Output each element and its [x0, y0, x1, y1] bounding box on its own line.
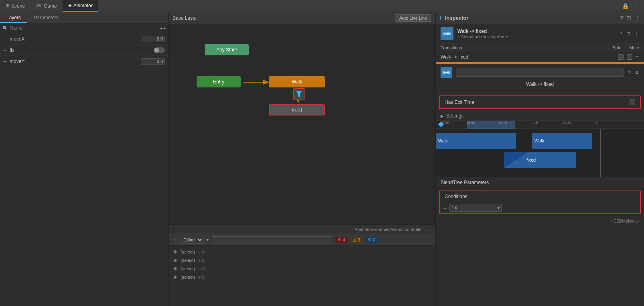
svg-rect-4	[443, 32, 447, 35]
tab-parameters[interactable]: Parameters	[27, 12, 65, 23]
param-item[interactable]: — fix	[0, 45, 168, 56]
entry-node[interactable]: Entry	[197, 76, 241, 87]
condition-dropdown[interactable]: fix moveX moveY	[449, 204, 502, 212]
tab-layers[interactable]: Layers	[0, 12, 27, 23]
window-menu-icon[interactable]: ⋮	[633, 2, 639, 10]
param-movey-input[interactable]	[141, 58, 165, 65]
blendtree-section: BlendTree Parameters	[436, 177, 644, 188]
auto-live-link-button[interactable]: Auto Live Link	[395, 14, 431, 22]
help-icon[interactable]: ?	[620, 15, 623, 21]
walk-track-2: Walk	[532, 133, 592, 149]
conditions-label: Conditions	[445, 194, 467, 199]
mute-label: Mute	[630, 45, 639, 50]
left-panel-tabs: Layers Parameters	[0, 12, 168, 23]
walk-node[interactable]: Walk	[269, 76, 325, 87]
detail-gear-icon[interactable]: ⚙	[635, 70, 639, 75]
transitions-label: Transitions	[441, 45, 462, 50]
svg-rect-8	[443, 71, 445, 74]
dropdown-arrow: ▾	[207, 237, 209, 242]
settings-toggle[interactable]: ▶ Settings	[441, 113, 639, 119]
menu-dots[interactable]: ⋮	[427, 227, 431, 232]
fix-toggle[interactable]	[154, 47, 165, 53]
transition-header-icons: ? ⊡ ⋮	[620, 31, 639, 36]
float-icon-y: —	[3, 59, 7, 63]
transition-row-name: Walk -> fixed	[441, 54, 615, 60]
tab-game[interactable]: 🎮 Game	[30, 0, 63, 12]
transition-name: Walk -> fixed	[457, 28, 616, 34]
has-exit-time-checkbox[interactable]	[630, 99, 635, 105]
solo-checkbox[interactable]	[618, 54, 624, 60]
timeline-area: 0:00 |0:05 |0:10 ↑:15 |0:20 |0: Walk	[436, 121, 644, 177]
settings-section: ▶ Settings	[436, 111, 644, 121]
layout-icon[interactable]: ⊡	[626, 15, 631, 21]
param-item[interactable]: — moveY	[0, 56, 168, 67]
mute-checkbox[interactable]	[627, 54, 632, 60]
ruler-mark-3: ↑:15	[531, 121, 538, 125]
center-bottom: Animator/Enemies/Robot.controller ⋮	[169, 224, 435, 234]
timeline-highlight	[467, 121, 515, 129]
has-exit-time-label: Has Exit Time	[445, 99, 630, 105]
console-item-icon: ◉	[173, 266, 177, 271]
tab-scene[interactable]: ⊞ Scene	[0, 0, 30, 12]
info-badge[interactable]: ⊘ 0	[366, 237, 378, 243]
console-item-icon: ◉	[173, 249, 177, 254]
controller-path: Animator/Enemies/Robot.controller	[354, 227, 423, 232]
header-help-icon[interactable]: ?	[620, 31, 622, 36]
error-badge[interactable]: ⊘ 4	[335, 237, 347, 243]
timeline-tracks: Walk Walk fixed	[436, 129, 644, 177]
transition-detail-bar	[456, 69, 624, 77]
window-pin-icon[interactable]: 🔒	[622, 3, 629, 9]
console-item-icon: ◉	[173, 274, 177, 280]
ruler-mark-0: 0:00	[442, 121, 449, 125]
param-item[interactable]: — moveX	[0, 33, 168, 45]
transition-triangle	[504, 133, 532, 149]
name-search-bar: 🔍 + ▾	[0, 23, 168, 33]
center-panel: Base Layer Auto Live Link	[169, 12, 435, 306]
scene-icon: ⊞	[6, 3, 9, 8]
param-list: — moveX — fix — moveY	[0, 33, 168, 306]
warning-badge[interactable]: △ 0	[351, 237, 362, 243]
warning-icon: △	[353, 237, 356, 242]
transitions-table-header: Transitions Solo Mute	[436, 44, 644, 52]
error-icon: ⊘	[338, 237, 341, 242]
transition-info: Walk -> fixed 1 AnimatorTransitionBase	[457, 28, 616, 39]
header-settings-icon[interactable]: ⊡	[626, 31, 630, 36]
game-icon: 🎮	[36, 3, 42, 8]
list-item[interactable]: ◉ (select) ect)	[171, 273, 433, 281]
main-area: Layers Parameters 🔍 + ▾ — moveX —	[0, 12, 644, 306]
list-item[interactable]: ◉ (select) ect)	[171, 256, 433, 264]
console-search-input[interactable]	[212, 236, 332, 243]
console-content: ◉ (select) ect) ◉ (select) ect) ◉ (selec…	[169, 245, 435, 306]
tab-animator[interactable]: ◈ Animator	[63, 0, 98, 12]
transition-object-icon	[441, 27, 453, 40]
editor-dropdown[interactable]: Editor	[180, 236, 203, 244]
fixed-node[interactable]: fixed	[269, 104, 325, 116]
animator-icon: ◈	[68, 3, 71, 8]
transition-type: 1 AnimatorTransitionBase	[457, 34, 616, 39]
timeline-ruler: 0:00 |0:05 |0:10 ↑:15 |0:20 |0:	[436, 121, 644, 129]
float-icon: —	[3, 36, 7, 41]
inspector-title: Inspector	[445, 15, 617, 21]
param-movex-input[interactable]	[141, 36, 165, 42]
header-menu-icon[interactable]: ⋮	[634, 31, 639, 36]
detail-help-icon[interactable]: ?	[628, 70, 631, 75]
transition-row[interactable]: Walk -> fixed −	[436, 52, 644, 62]
ruler-mark-4: |0:20	[563, 121, 571, 125]
timeline-end-indicator	[600, 129, 601, 177]
blendtree-label: BlendTree Parameters	[441, 180, 489, 185]
list-item[interactable]: ◉ (select) ect)	[171, 248, 433, 255]
inspector-header: ℹ Inspector ? ⊡ ⋮	[436, 12, 644, 24]
conditions-section: Conditions — fix moveX moveY	[439, 190, 641, 214]
editor-menu-dots[interactable]: ⋮	[172, 237, 177, 243]
graph-area[interactable]: Any State Entry Walk fixed	[169, 24, 435, 224]
remove-transition-button[interactable]: −	[636, 54, 639, 60]
menu-icon[interactable]: ⋮	[634, 15, 640, 21]
name-input[interactable]	[10, 25, 158, 31]
add-param-button[interactable]: + ▾	[160, 25, 166, 31]
transition-detail-icon	[441, 67, 452, 78]
info-icon: ⊘	[368, 237, 372, 242]
list-item[interactable]: ◉ (select) ect)	[171, 265, 433, 272]
any-state-node[interactable]: Any State	[205, 44, 249, 55]
transition-detail: ? ⚙ Walk -> fixed	[436, 64, 644, 93]
bottom-toolbar: ⋮ Editor ▾ ⊘ 4 △ 0 ⊘ 0	[169, 234, 435, 245]
